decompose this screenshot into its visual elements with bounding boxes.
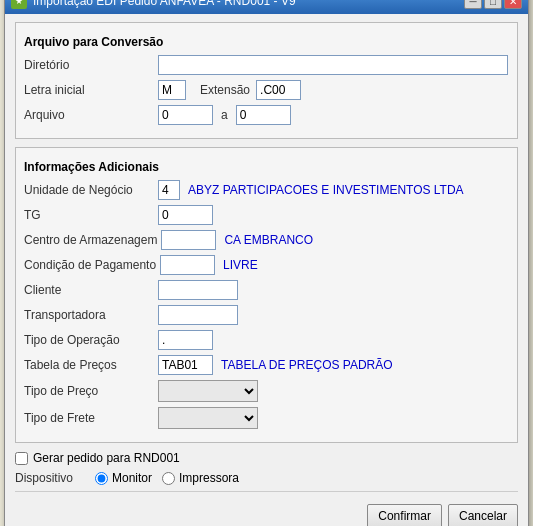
label-impressora: Impressora [179, 471, 239, 485]
section-arquivo-title: Arquivo para Conversão [24, 35, 509, 49]
centro-name: CA EMBRANCO [224, 233, 313, 247]
confirmar-button[interactable]: Confirmar [367, 504, 442, 526]
label-transp: Transportadora [24, 308, 154, 322]
input-centro[interactable] [161, 230, 216, 250]
row-unidade: Unidade de Negócio ABYZ PARTICIPACOES E … [24, 180, 509, 200]
label-op: Tipo de Operação [24, 333, 154, 347]
maximize-button[interactable]: □ [484, 0, 502, 9]
cancelar-button[interactable]: Cancelar [448, 504, 518, 526]
label-centro: Centro de Armazenagem [24, 233, 157, 247]
section-arquivo: Arquivo para Conversão Diretório Letra i… [15, 22, 518, 139]
row-cond: Condição de Pagamento LIVRE [24, 255, 509, 275]
label-tg: TG [24, 208, 154, 222]
app-icon: ★ [11, 0, 27, 9]
footer-buttons: Confirmar Cancelar [15, 500, 518, 526]
row-letra: Letra inicial Extensão [24, 80, 509, 100]
input-transp[interactable] [158, 305, 238, 325]
input-unidade[interactable] [158, 180, 180, 200]
footer-divider [15, 491, 518, 492]
close-button[interactable]: ✕ [504, 0, 522, 9]
label-cliente: Cliente [24, 283, 154, 297]
row-tipo-frete: Tipo de Frete [24, 407, 509, 429]
select-tipo-frete[interactable] [158, 407, 258, 429]
section-adicionais: Informações Adicionais Unidade de Negóci… [15, 147, 518, 443]
cond-name: LIVRE [223, 258, 258, 272]
input-extensao[interactable] [256, 80, 301, 100]
unidade-name: ABYZ PARTICIPACOES E INVESTIMENTOS LTDA [188, 183, 464, 197]
title-bar-controls: ─ □ ✕ [464, 0, 522, 9]
label-letra: Letra inicial [24, 83, 154, 97]
label-monitor: Monitor [112, 471, 152, 485]
row-tipo-preco: Tipo de Preço [24, 380, 509, 402]
input-letra[interactable] [158, 80, 186, 100]
input-cliente[interactable] [158, 280, 238, 300]
row-centro: Centro de Armazenagem CA EMBRANCO [24, 230, 509, 250]
input-tg[interactable] [158, 205, 213, 225]
row-transp: Transportadora [24, 305, 509, 325]
title-bar-left: ★ Importação EDI Pedido ANFAVEA - RND001… [11, 0, 296, 9]
label-cond: Condição de Pagamento [24, 258, 156, 272]
select-tipo-preco[interactable] [158, 380, 258, 402]
label-dispositivo: Dispositivo [15, 471, 85, 485]
input-diretorio[interactable] [158, 55, 508, 75]
row-arquivo: Arquivo a [24, 105, 509, 125]
label-tabela: Tabela de Preços [24, 358, 154, 372]
label-unidade: Unidade de Negócio [24, 183, 154, 197]
option-impressora: Impressora [162, 471, 239, 485]
row-tabela: Tabela de Preços TABELA DE PREÇOS PADRÃO [24, 355, 509, 375]
row-diretorio: Diretório [24, 55, 509, 75]
title-bar: ★ Importação EDI Pedido ANFAVEA - RND001… [5, 0, 528, 14]
input-cond[interactable] [160, 255, 215, 275]
input-tabela[interactable] [158, 355, 213, 375]
label-gerar: Gerar pedido para RND001 [33, 451, 180, 465]
window-body: Arquivo para Conversão Diretório Letra i… [5, 14, 528, 526]
label-arquivo: Arquivo [24, 108, 154, 122]
row-gerar: Gerar pedido para RND001 [15, 451, 518, 465]
window-title: Importação EDI Pedido ANFAVEA - RND001 -… [33, 0, 296, 8]
label-diretorio: Diretório [24, 58, 154, 72]
checkbox-gerar[interactable] [15, 452, 28, 465]
arquivo-separator: a [221, 108, 228, 122]
radio-impressora[interactable] [162, 472, 175, 485]
row-dispositivo: Dispositivo Monitor Impressora [15, 471, 518, 485]
section-adicionais-title: Informações Adicionais [24, 160, 509, 174]
tabela-name: TABELA DE PREÇOS PADRÃO [221, 358, 393, 372]
row-op: Tipo de Operação [24, 330, 509, 350]
label-tipo-preco: Tipo de Preço [24, 384, 154, 398]
row-tg: TG [24, 205, 509, 225]
input-arquivo-from[interactable] [158, 105, 213, 125]
label-tipo-frete: Tipo de Frete [24, 411, 154, 425]
minimize-button[interactable]: ─ [464, 0, 482, 9]
radio-monitor[interactable] [95, 472, 108, 485]
main-window: ★ Importação EDI Pedido ANFAVEA - RND001… [4, 0, 529, 526]
input-op[interactable] [158, 330, 213, 350]
option-monitor: Monitor [95, 471, 152, 485]
input-arquivo-to[interactable] [236, 105, 291, 125]
label-extensao: Extensão [200, 83, 250, 97]
row-cliente: Cliente [24, 280, 509, 300]
